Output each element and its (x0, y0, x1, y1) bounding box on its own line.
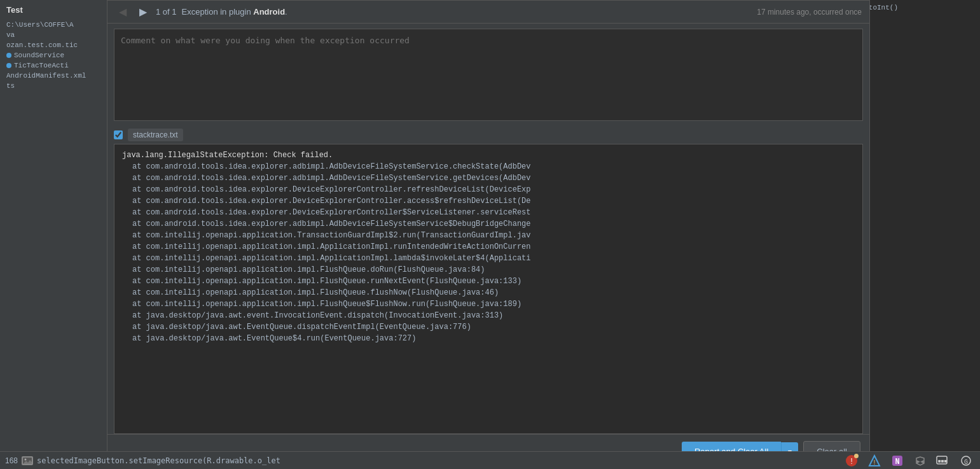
taskbar-icon-6[interactable]: G (957, 452, 975, 470)
taskbar-icon-2[interactable]: ! (866, 452, 883, 470)
ide-file-item: SoundService (0, 50, 107, 60)
taskbar-icon-1[interactable]: ! (843, 452, 860, 470)
ide-code-background: )).toInt() (853, 0, 980, 469)
table-row: at com.android.tools.idea.explorer.adbim… (122, 218, 855, 230)
exception-title: Exception in plugin Android. (182, 7, 752, 17)
ide-extra-item: ts (0, 81, 107, 91)
comment-textarea[interactable] (114, 29, 863, 121)
table-row: at com.intellij.openapi.application.impl… (122, 276, 855, 287)
nav-back-button[interactable]: ◀ (115, 4, 130, 19)
dialog-header: ◀ ▶ 1 of 1 Exception in plugin Android. … (107, 1, 869, 24)
ide-sidebar: Test C:\Users\COFFE\A va ozan.test.com.t… (0, 0, 108, 469)
table-row: at java.desktop/java.awt.EventQueue.disp… (122, 321, 855, 333)
ide-file-item: TicTacToeActi (0, 60, 107, 71)
svg-text:!: ! (873, 459, 876, 466)
image-icon (22, 456, 33, 465)
table-row: at com.intellij.openapi.application.impl… (122, 253, 855, 264)
nav-forward-button[interactable]: ▶ (135, 4, 151, 19)
stack-exception-line: java.lang.IllegalStateException: Check f… (122, 150, 855, 161)
svg-text:!: ! (849, 458, 853, 466)
table-row: at com.android.tools.idea.explorer.adbim… (122, 172, 855, 184)
table-row: at com.android.tools.idea.explorer.Devic… (122, 195, 855, 207)
stacktrace-header: stacktrace.txt (107, 126, 869, 144)
table-row: at com.android.tools.idea.explorer.Devic… (122, 184, 855, 195)
status-bar: 168 selectedImageButton.setImageResource… (0, 451, 980, 469)
table-row: at com.intellij.openapi.application.impl… (122, 264, 855, 276)
taskbar-icon-5[interactable]: ■■■ (934, 452, 952, 470)
title-plugin: Android (253, 7, 285, 17)
ide-package-item: ozan.test.com.tic (0, 40, 107, 50)
table-row: at com.intellij.openapi.application.impl… (122, 298, 855, 310)
ide-path-item: va (0, 30, 107, 40)
stacktrace-content[interactable]: java.lang.IllegalStateException: Check f… (114, 144, 863, 434)
table-row: at java.desktop/java.awt.event.Invocatio… (122, 310, 855, 321)
table-row: at com.intellij.openapi.application.impl… (122, 287, 855, 298)
table-row: at com.intellij.openapi.application.impl… (122, 241, 855, 253)
ide-manifest-item: AndroidManifest.xml (0, 71, 107, 81)
svg-text:G: G (964, 459, 968, 466)
table-row: at com.android.tools.idea.explorer.adbim… (122, 161, 855, 172)
taskbar-icon-3[interactable]: N (888, 452, 906, 470)
title-suffix: . (285, 7, 287, 17)
ide-title: Test (0, 0, 107, 20)
table-row: at com.android.tools.idea.explorer.Devic… (122, 207, 855, 218)
ide-path-item: C:\Users\COFFE\A (0, 20, 107, 30)
title-prefix: Exception in plugin (182, 7, 254, 17)
line-number: 168 (5, 456, 18, 465)
exception-timestamp: 17 minutes ago, occurred once (757, 8, 862, 17)
exception-counter: 1 of 1 (156, 7, 177, 17)
taskbar-icon-4[interactable]: ▶◀ (911, 452, 929, 470)
exception-dialog: ◀ ▶ 1 of 1 Exception in plugin Android. … (107, 0, 870, 469)
stacktrace-filename: stacktrace.txt (128, 129, 183, 141)
svg-point-1 (25, 458, 27, 460)
svg-text:▶◀: ▶◀ (917, 459, 924, 465)
table-row: at com.intellij.openapi.application.Tran… (122, 230, 855, 241)
svg-text:■■■: ■■■ (938, 458, 948, 464)
svg-text:N: N (895, 458, 899, 466)
table-row: at java.desktop/java.awt.EventQueue$4.ru… (122, 333, 855, 344)
stacktrace-checkbox[interactable] (114, 130, 123, 139)
status-code-text: selectedImageButton.setImageResource(R.d… (37, 456, 839, 465)
taskbar-icons: ! ! N ▶◀ ■■■ (843, 452, 975, 470)
